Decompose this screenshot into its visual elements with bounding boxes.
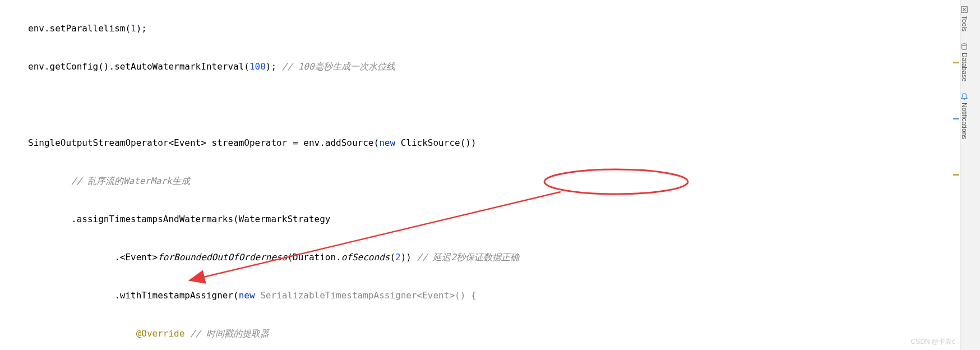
svg-point-2	[964, 99, 965, 100]
editor-gutter-strip	[952, 0, 960, 350]
tool-tab-label: Notifications	[960, 103, 968, 139]
warning-marker[interactable]	[953, 174, 959, 176]
code-text: SingleOutputStreamOperator<Event> stream…	[28, 137, 379, 148]
database-icon	[960, 43, 968, 50]
code-comment: // 时间戳的提取器	[184, 328, 269, 339]
tool-tab-notifications[interactable]: Notifications	[960, 87, 968, 145]
code-comment: // 乱序流的WaterMark生成	[71, 176, 190, 186]
tool-tab-tools[interactable]: Tools	[960, 0, 968, 37]
code-comment: // 100毫秒生成一次水位线	[282, 61, 395, 72]
warning-marker[interactable]	[953, 62, 959, 63]
info-marker[interactable]	[953, 118, 959, 119]
right-tool-strip: Tools Database Notifications	[960, 0, 980, 350]
code-text: env.getConfig().setAutoWatermarkInterval…	[28, 61, 249, 72]
code-editor[interactable]: env.setParallelism(1); env.getConfig().s…	[0, 0, 960, 350]
code-text: .assignTimestampsAndWatermarks(Watermark…	[71, 214, 330, 224]
notifications-icon	[960, 93, 968, 100]
tool-tab-database[interactable]: Database	[960, 37, 968, 87]
tool-tab-label: Database	[960, 53, 968, 81]
annotation: @Override	[136, 328, 185, 339]
svg-point-1	[962, 44, 967, 46]
tools-icon	[960, 6, 968, 13]
watermark-text: CSDN @卡农c	[910, 337, 955, 347]
code-comment: // 延迟2秒保证数据正确	[417, 252, 520, 262]
tool-tab-label: Tools	[960, 16, 968, 31]
code-text: env.setParallelism(	[28, 23, 131, 34]
